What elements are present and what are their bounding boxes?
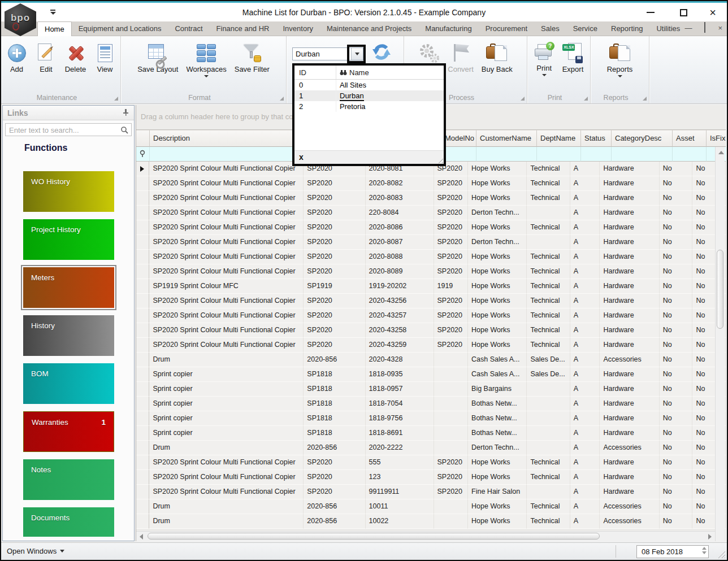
table-row[interactable]: SP1919 Sprint Colour MFCSP19191919-20202… <box>136 279 726 294</box>
window-resize-grip[interactable] <box>717 550 725 558</box>
convert-button[interactable]: Convert <box>444 42 478 75</box>
column-header-description[interactable]: Description <box>150 130 308 147</box>
column-header-modelno[interactable]: ModelNo <box>441 130 476 147</box>
row-indicator-cell[interactable] <box>136 338 149 353</box>
vertical-scroll-thumb[interactable] <box>717 250 723 329</box>
export-button[interactable]: XLSX Export <box>558 42 588 75</box>
table-row[interactable]: SP2020 Sprint Colour Multi Functional Co… <box>136 308 726 323</box>
table-row[interactable]: SP2020 Sprint Colour Multi Functional Co… <box>136 455 726 470</box>
column-header-asset[interactable]: Asset <box>673 130 707 147</box>
row-indicator-cell[interactable] <box>136 294 149 308</box>
site-combo-dropdown-button[interactable] <box>351 48 363 60</box>
table-row[interactable]: Drum2020-8562020-2222Derton Techn...AAcc… <box>136 441 726 455</box>
table-row[interactable]: Sprint copierSP18181818-0957Big Bargains… <box>136 382 726 397</box>
table-row[interactable]: Drum2020-8562020-4328Cash Sales A...Sale… <box>136 353 726 367</box>
table-row[interactable]: SP2020 Sprint Colour Multi Functional Co… <box>136 206 726 220</box>
table-row[interactable]: Sprint copierSP18181818-7054Bothas Netw.… <box>136 397 726 411</box>
row-indicator-cell[interactable] <box>136 176 149 191</box>
row-indicator-cell[interactable] <box>136 397 149 411</box>
process-dialog-launcher-icon[interactable] <box>520 96 525 101</box>
tab-service[interactable]: Service <box>566 21 604 36</box>
row-indicator-cell[interactable] <box>136 279 149 294</box>
filter-cell-8[interactable] <box>612 147 673 162</box>
print-dialog-launcher-icon[interactable] <box>583 96 588 101</box>
tab-utilities[interactable]: Utilities <box>649 21 687 36</box>
table-row[interactable]: SP2020 Sprint Colour Multi Functional Co… <box>136 176 726 191</box>
function-tile-history[interactable]: History <box>23 315 114 356</box>
row-indicator-cell[interactable] <box>136 264 149 279</box>
print-button[interactable]: ? Print <box>530 42 558 77</box>
row-indicator-cell[interactable] <box>136 499 149 514</box>
save-layout-button[interactable]: Save Layout <box>133 42 182 75</box>
table-row[interactable]: Sprint copierSP18181818-0935Cash Sales A… <box>136 367 726 382</box>
table-row[interactable]: SP2020 Sprint Colour Multi Functional Co… <box>136 323 726 338</box>
function-tile-bom[interactable]: BOM <box>23 363 114 404</box>
table-row[interactable]: SP2020 Sprint Colour Multi Functional Co… <box>136 338 726 353</box>
horizontal-scroll-thumb[interactable] <box>148 533 600 540</box>
date-spin-buttons[interactable] <box>702 547 707 554</box>
tab-finance-and-hr[interactable]: Finance and HR <box>210 21 276 36</box>
table-row[interactable]: SP2020 Sprint Colour Multi Functional Co… <box>136 191 726 206</box>
row-indicator-cell[interactable] <box>136 485 149 499</box>
function-tile-wo-history[interactable]: WO History <box>23 171 114 212</box>
site-combo[interactable]: Durban <box>292 47 363 60</box>
vertical-scrollbar[interactable] <box>715 147 725 541</box>
view-button[interactable]: View <box>90 42 120 75</box>
dropdown-resize-grip[interactable] <box>436 156 443 163</box>
edit-button[interactable]: Edit <box>32 42 61 75</box>
row-indicator-cell[interactable] <box>136 250 149 264</box>
format-dialog-launcher-icon[interactable] <box>279 96 284 101</box>
tab-manufacturing[interactable]: Manufacturing <box>418 21 478 36</box>
reports-button[interactable]: Reports <box>603 42 637 79</box>
delete-button[interactable]: Delete <box>61 42 90 75</box>
table-row[interactable]: SP2020 Sprint Colour Multi Functional Co… <box>136 235 726 250</box>
minimize-button[interactable] <box>642 6 659 19</box>
pin-icon[interactable] <box>122 108 129 116</box>
function-tile-meters[interactable]: Meters <box>23 267 114 308</box>
function-tile-warranties[interactable]: Warranties1 <box>23 411 114 452</box>
buy-back-button[interactable]: Buy Back <box>478 42 517 75</box>
row-indicator-cell[interactable] <box>136 470 149 485</box>
settings-button[interactable] <box>414 42 444 64</box>
function-tile-project-history[interactable]: Project History <box>23 219 114 260</box>
tab-sales[interactable]: Sales <box>534 21 566 36</box>
clear-filter-icon[interactable]: x <box>299 153 304 162</box>
filter-cell-7[interactable] <box>581 147 612 162</box>
mdi-close-icon[interactable]: × <box>718 24 722 32</box>
tab-maintenance-and-projects[interactable]: Maintenance and Projects <box>320 21 418 36</box>
save-filter-button[interactable]: Save Filter <box>231 42 274 75</box>
row-indicator-cell[interactable] <box>136 162 149 176</box>
column-header-customername[interactable]: CustomerName <box>476 130 537 147</box>
search-icon[interactable] <box>120 126 128 134</box>
row-indicator-cell[interactable] <box>136 191 149 206</box>
row-indicator-header[interactable] <box>136 130 150 147</box>
close-button[interactable]: × <box>704 6 721 19</box>
horizontal-scrollbar[interactable] <box>136 531 715 541</box>
row-indicator-cell[interactable] <box>136 411 149 426</box>
table-row[interactable]: SP2020 Sprint Colour Multi Functional Co… <box>136 294 726 308</box>
date-spinner[interactable]: 08 Feb 2018 <box>636 545 709 558</box>
row-indicator-cell[interactable] <box>136 455 149 470</box>
tab-procurement[interactable]: Procurement <box>479 21 534 36</box>
row-indicator-cell[interactable] <box>136 308 149 323</box>
table-row[interactable]: SP2020 Sprint Colour Multi Functional Co… <box>136 485 726 499</box>
tab-contract[interactable]: Contract <box>168 21 209 36</box>
site-option-all-sites[interactable]: 0All Sites <box>294 80 444 90</box>
scroll-up-icon[interactable] <box>718 151 724 154</box>
table-row[interactable]: Drum2020-85610022Hope WorksTechnicalAAcc… <box>136 514 726 529</box>
filter-cell-9[interactable] <box>673 147 707 162</box>
row-indicator-cell[interactable] <box>136 353 149 367</box>
site-option-durban[interactable]: 1Durban <box>294 90 444 101</box>
scroll-left-icon[interactable] <box>140 534 143 540</box>
row-indicator-cell[interactable] <box>136 367 149 382</box>
table-row[interactable]: SP2020 Sprint Colour Multi Functional Co… <box>136 250 726 264</box>
add-button[interactable]: Add <box>2 42 32 75</box>
table-row[interactable]: SP2020 Sprint Colour Multi Functional Co… <box>136 470 726 485</box>
tab-inventory[interactable]: Inventory <box>276 21 320 36</box>
row-indicator-cell[interactable] <box>136 441 149 455</box>
table-row[interactable]: SP2020 Sprint Colour Multi Functional Co… <box>136 264 726 279</box>
row-indicator-cell[interactable] <box>136 426 149 441</box>
site-option-pretoria[interactable]: 2Pretoria <box>294 101 444 112</box>
table-row[interactable]: Sprint copierSP18181818-9756Bothas Netw.… <box>136 411 726 426</box>
table-row[interactable]: Drum2020-85610011Hope WorksTechnicalAAcc… <box>136 499 726 514</box>
